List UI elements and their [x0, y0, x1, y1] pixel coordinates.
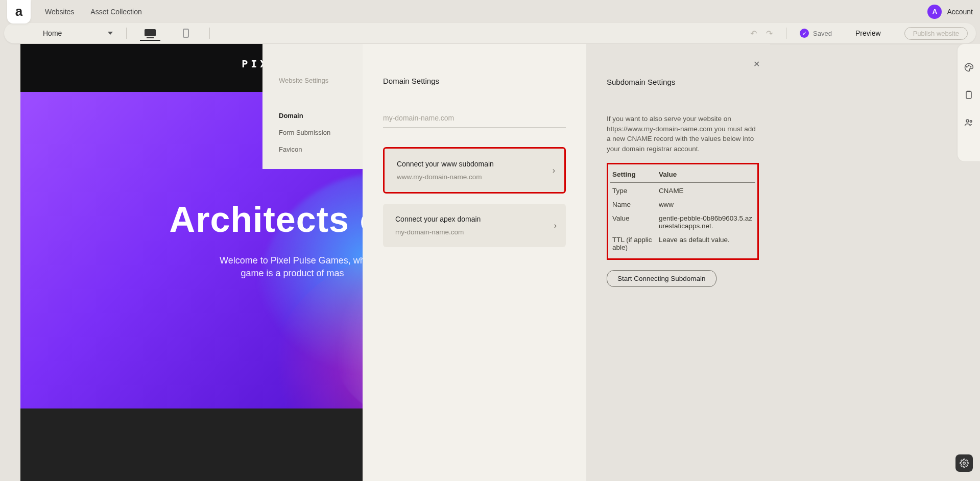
- top-nav: Websites Asset Collection: [45, 8, 142, 16]
- saved-label: Saved: [813, 30, 832, 37]
- dns-setting: TTL (if applicable): [610, 232, 657, 253]
- check-icon: ✓: [800, 29, 809, 38]
- connect-apex-sub: my-domain-name.com: [395, 228, 554, 236]
- divider: [126, 28, 127, 39]
- table-row: TTL (if applicable) Leave as default val…: [610, 232, 755, 253]
- website-settings-title: Website Settings: [279, 77, 346, 84]
- page-selector-label: Home: [43, 29, 62, 37]
- close-icon[interactable]: ✕: [753, 59, 760, 69]
- nav-asset-collection[interactable]: Asset Collection: [90, 8, 141, 16]
- page-selector[interactable]: Home: [12, 29, 113, 37]
- svg-point-0: [966, 66, 967, 67]
- dns-value: CNAME: [657, 183, 755, 197]
- undo-redo: ↶ ↷: [750, 29, 773, 38]
- mobile-icon: [183, 29, 189, 38]
- table-row: Type CNAME: [610, 183, 755, 197]
- dns-table: Setting Value Type CNAME Name www Value: [610, 167, 755, 253]
- dns-value: Leave as default value.: [657, 232, 755, 253]
- account-menu[interactable]: A Account: [927, 5, 973, 19]
- domain-settings-panel: Domain Settings Connect your www subdoma…: [363, 44, 586, 481]
- svg-rect-3: [966, 91, 971, 98]
- connect-www-card[interactable]: Connect your www subdomain www.my-domain…: [383, 147, 566, 194]
- subdomain-settings-panel: ✕ Subdomain Settings If you want to also…: [586, 44, 770, 481]
- divider: [786, 28, 786, 39]
- settings-item-form-submission[interactable]: Form Submission: [279, 129, 346, 136]
- account-label: Account: [947, 8, 973, 16]
- dns-value: gentle-pebble-0b86b9603.5.azurestaticapp…: [657, 210, 755, 232]
- users-icon[interactable]: [964, 117, 974, 128]
- table-row: Name www: [610, 197, 755, 210]
- connect-www-sub: www.my-domain-name.com: [397, 173, 552, 181]
- device-desktop-button[interactable]: [140, 26, 160, 41]
- svg-point-6: [963, 462, 966, 465]
- nav-websites[interactable]: Websites: [45, 8, 74, 16]
- publish-button[interactable]: Publish website: [904, 27, 968, 40]
- save-status: ✓ Saved: [800, 29, 832, 38]
- svg-point-2: [970, 66, 971, 67]
- settings-item-favicon[interactable]: Favicon: [279, 146, 346, 153]
- dns-value: www: [657, 197, 755, 210]
- subdomain-settings-description: If you want to also serve your website o…: [607, 114, 759, 154]
- clipboard-icon[interactable]: [964, 90, 974, 100]
- editor-toolbar: Home ↶ ↷ ✓ Saved Preview Publish website: [4, 23, 976, 43]
- dns-setting: Type: [610, 183, 657, 197]
- gear-icon[interactable]: [955, 454, 973, 472]
- redo-icon[interactable]: ↷: [766, 29, 773, 38]
- device-mobile-button[interactable]: [176, 26, 196, 41]
- start-connecting-subdomain-button[interactable]: Start Connecting Subdomain: [607, 270, 716, 287]
- settings-item-domain[interactable]: Domain: [279, 112, 346, 119]
- avatar: A: [927, 5, 942, 19]
- app-logo[interactable]: a: [7, 0, 31, 23]
- subdomain-settings-title: Subdomain Settings: [607, 78, 759, 86]
- domain-settings-title: Domain Settings: [383, 77, 566, 85]
- dns-setting: Value: [610, 210, 657, 232]
- domain-input[interactable]: [383, 111, 566, 128]
- dns-head-value: Value: [657, 167, 755, 183]
- dns-setting: Name: [610, 197, 657, 210]
- topbar: a Websites Asset Collection A Account: [0, 0, 980, 23]
- chevron-right-icon: ›: [554, 221, 557, 230]
- preview-button[interactable]: Preview: [855, 29, 881, 37]
- svg-point-4: [966, 119, 969, 122]
- connect-apex-card[interactable]: Connect your apex domain my-domain-name.…: [383, 204, 566, 247]
- connect-apex-title: Connect your apex domain: [395, 215, 554, 223]
- workspace: PIXEL PULSE GAMES Architects of I Welcom…: [0, 44, 980, 481]
- undo-icon[interactable]: ↶: [750, 29, 757, 38]
- chevron-right-icon: ›: [553, 166, 555, 175]
- right-rail: [958, 44, 980, 161]
- palette-icon[interactable]: [964, 62, 974, 73]
- svg-point-1: [968, 65, 969, 66]
- dns-head-setting: Setting: [610, 167, 657, 183]
- svg-point-5: [970, 121, 972, 123]
- device-toggle: [140, 26, 196, 41]
- connect-www-title: Connect your www subdomain: [397, 160, 552, 168]
- table-row: Value gentle-pebble-0b86b9603.5.azuresta…: [610, 210, 755, 232]
- website-settings-panel: Website Settings Domain Form Submission …: [262, 44, 363, 169]
- app-logo-letter: a: [15, 4, 22, 19]
- dns-table-highlight: Setting Value Type CNAME Name www Value: [607, 163, 759, 260]
- chevron-down-icon: [108, 32, 113, 35]
- desktop-icon: [145, 29, 156, 36]
- divider: [209, 28, 210, 39]
